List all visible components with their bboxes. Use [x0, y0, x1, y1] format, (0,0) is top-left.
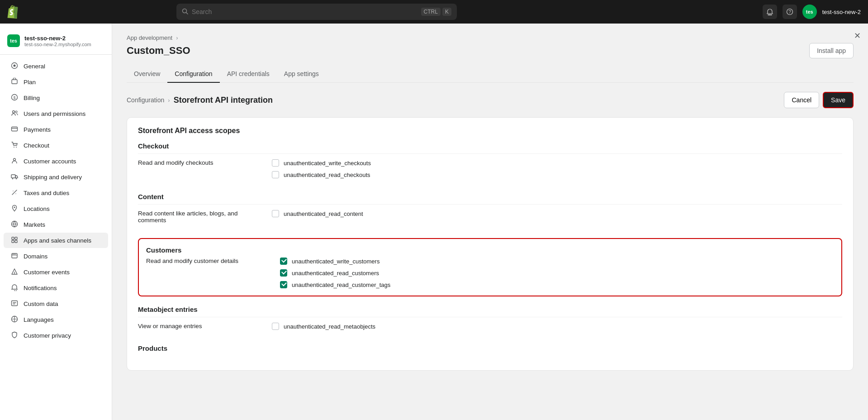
billing-icon: $: [11, 94, 19, 102]
sidebar-item-users-permissions[interactable]: Users and permissions: [4, 106, 108, 121]
scope-check-read-customer-tags: unauthenticated_read_customer_tags: [280, 281, 390, 288]
breadcrumb-parent-link[interactable]: App development: [127, 34, 172, 41]
sidebar-item-plan[interactable]: Plan: [4, 74, 108, 90]
store-name-label: test-sso-new-2: [822, 9, 861, 15]
customers-section: Customers Read and modify customer detai…: [138, 238, 842, 296]
customers-scope-row: Read and modify customer details unauthe…: [146, 258, 834, 288]
sidebar-label-plan: Plan: [24, 79, 36, 86]
sub-breadcrumb-current: Storefront API integration: [174, 95, 273, 105]
sidebar-item-apps-sales-channels[interactable]: Apps and sales channels: [4, 233, 108, 248]
search-bar[interactable]: CTRL K: [176, 4, 457, 20]
scope-check-write-checkouts: unauthenticated_write_checkouts: [272, 159, 371, 167]
products-section-title: Products: [138, 344, 842, 352]
sidebar-item-general[interactable]: General: [4, 58, 108, 74]
scope-check-read-checkouts: unauthenticated_read_checkouts: [272, 171, 371, 178]
sidebar-label-payments: Payments: [24, 126, 51, 133]
save-button[interactable]: Save: [823, 92, 854, 108]
actions-row: Cancel Save: [784, 92, 854, 108]
checkbox-unauthenticated-write-customers[interactable]: [280, 258, 287, 265]
sub-breadcrumb-parent-link[interactable]: Configuration: [127, 96, 164, 104]
sidebar-item-billing[interactable]: $Billing: [4, 90, 108, 105]
customer-privacy-icon: [11, 331, 19, 339]
sidebar-item-checkout[interactable]: Checkout: [4, 138, 108, 153]
tab-app-settings[interactable]: App settings: [277, 66, 326, 83]
products-section: Products: [138, 344, 842, 352]
scope-label-content: Read content like articles, blogs, and c…: [138, 210, 265, 224]
svg-rect-23: [15, 240, 17, 243]
sidebar-item-custom-data[interactable]: Custom data: [4, 296, 108, 311]
sidebar-item-customer-events[interactable]: Customer events: [4, 264, 108, 280]
cancel-button[interactable]: Cancel: [784, 92, 819, 108]
sidebar: tes test-sso-new-2 test-sso-new-2.myshop…: [0, 24, 112, 420]
svg-rect-22: [12, 240, 14, 243]
scope-row-content: Read content like articles, blogs, and c…: [138, 204, 842, 229]
taxes-duties-icon: [11, 189, 19, 197]
metaobject-section-title: Metaobject entries: [138, 305, 842, 313]
sidebar-item-taxes-duties[interactable]: Taxes and duties: [4, 185, 108, 200]
sidebar-item-domains[interactable]: Domains: [4, 248, 108, 264]
checkout-icon: [11, 141, 19, 149]
svg-rect-6: [12, 80, 17, 84]
scope-row-checkouts: Read and modify checkouts unauthenticate…: [138, 153, 842, 184]
checkbox-unauthenticated-write-checkouts[interactable]: [272, 159, 279, 167]
sidebar-item-customer-privacy[interactable]: Customer privacy: [4, 328, 108, 343]
svg-point-18: [14, 207, 15, 208]
close-button[interactable]: ✕: [854, 31, 861, 41]
users-permissions-icon: [11, 110, 19, 118]
support-icon-btn[interactable]: ?: [783, 5, 797, 19]
sidebar-item-languages[interactable]: Languages: [4, 312, 108, 327]
svg-rect-21: [15, 237, 17, 239]
sidebar-label-apps-sales-channels: Apps and sales channels: [24, 237, 91, 244]
svg-rect-25: [12, 301, 18, 306]
sidebar-account[interactable]: tes test-sso-new-2 test-sso-new-2.myshop…: [0, 31, 112, 55]
sidebar-item-shipping-delivery[interactable]: Shipping and delivery: [4, 169, 108, 185]
svg-rect-11: [12, 127, 18, 131]
search-shortcut: CTRL K: [421, 8, 451, 16]
label-unauthenticated-read-metaobjects: unauthenticated_read_metaobjects: [284, 323, 375, 330]
storefront-api-card: Storefront API access scopes Checkout Re…: [127, 117, 854, 371]
custom-data-icon: [11, 300, 19, 308]
checkbox-unauthenticated-read-content[interactable]: [272, 210, 279, 217]
main-content: ✕ App development › Custom_SSO Install a…: [112, 24, 868, 420]
sidebar-label-customer-privacy: Customer privacy: [24, 332, 71, 339]
sidebar-item-markets[interactable]: Markets: [4, 217, 108, 232]
notifications-icon: [11, 284, 19, 292]
checkbox-unauthenticated-read-customer-tags[interactable]: [280, 281, 287, 288]
label-unauthenticated-write-checkouts: unauthenticated_write_checkouts: [284, 160, 371, 167]
markets-icon: [11, 220, 19, 229]
shopify-logo[interactable]: [7, 5, 21, 19]
customer-accounts-icon: [11, 157, 19, 165]
checkbox-unauthenticated-read-metaobjects[interactable]: [272, 323, 279, 330]
checkout-section: Checkout Read and modify checkouts unaut…: [138, 142, 842, 184]
metaobject-section: Metaobject entries View or manage entrie…: [138, 305, 842, 335]
tab-configuration[interactable]: Configuration: [167, 66, 219, 83]
search-icon: [182, 8, 188, 16]
breadcrumb-separator: ›: [176, 34, 178, 41]
domains-icon: [11, 252, 19, 260]
content-section-title: Content: [138, 193, 842, 200]
checkbox-unauthenticated-read-checkouts[interactable]: [272, 171, 279, 178]
scope-check-read-metaobjects: unauthenticated_read_metaobjects: [272, 323, 375, 330]
sub-breadcrumb: Configuration › Storefront API integrati…: [127, 95, 273, 105]
tab-api-credentials[interactable]: API credentials: [220, 66, 277, 83]
user-avatar-btn[interactable]: tes: [802, 5, 817, 19]
notifications-icon-btn[interactable]: [763, 5, 777, 19]
checkbox-unauthenticated-read-customers[interactable]: [280, 269, 287, 277]
tab-overview[interactable]: Overview: [127, 66, 167, 83]
scope-check-read-content: unauthenticated_read_content: [272, 210, 363, 217]
sidebar-item-notifications[interactable]: Notifications: [4, 280, 108, 296]
search-input[interactable]: [192, 8, 417, 15]
label-unauthenticated-read-checkouts: unauthenticated_read_checkouts: [284, 172, 370, 178]
svg-point-13: [16, 147, 17, 148]
sidebar-item-payments[interactable]: Payments: [4, 122, 108, 137]
sidebar-item-customer-accounts[interactable]: Customer accounts: [4, 153, 108, 169]
sidebar-item-locations[interactable]: Locations: [4, 201, 108, 216]
install-app-button[interactable]: Install app: [809, 43, 854, 58]
svg-rect-20: [12, 237, 14, 239]
sidebar-label-languages: Languages: [24, 316, 54, 323]
sidebar-label-markets: Markets: [24, 221, 45, 228]
label-unauthenticated-read-content: unauthenticated_read_content: [284, 210, 363, 217]
label-unauthenticated-read-customers: unauthenticated_read_customers: [292, 270, 379, 277]
page-title: Custom_SSO: [127, 45, 190, 57]
label-unauthenticated-write-customers: unauthenticated_write_customers: [292, 258, 379, 265]
